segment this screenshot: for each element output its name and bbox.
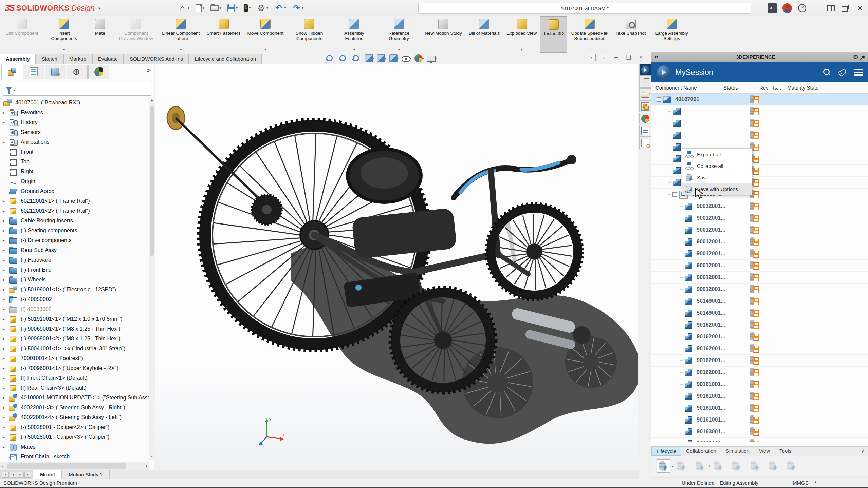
trike-3d-model[interactable]: [155, 64, 638, 470]
task-pane-tab[interactable]: [639, 64, 651, 76]
lifecycle-tool-button[interactable]: ▾: [694, 459, 707, 473]
expand-arrow-icon[interactable]: ▸: [3, 218, 9, 223]
solidworks-logo[interactable]: 3S SOLIDWORKS Design ▸: [0, 3, 153, 13]
quick-access-button[interactable]: ▾: [255, 3, 270, 14]
feature-tree-item[interactable]: ▸ (-) 50199001<1> ("Electronic - 12SPD"): [0, 285, 149, 294]
panel-tab[interactable]: [67, 65, 88, 79]
dropdown-caret-icon[interactable]: ▾: [672, 464, 673, 468]
dropdown-caret-icon[interactable]: ▾: [249, 6, 251, 10]
scroll-right-arrow[interactable]: ›: [146, 463, 147, 468]
feature-tree-item[interactable]: ▸ Cable Routing Inserts: [0, 216, 149, 226]
expand-arrow-icon[interactable]: ▸: [3, 209, 9, 213]
feature-tree-item[interactable]: ▸ 60212001<1> ("Frame Rail"): [0, 196, 149, 206]
expand-arrow-icon[interactable]: ▸: [3, 120, 9, 125]
view-tool-button[interactable]: ▾: [377, 54, 386, 62]
titlebar-control-icon[interactable]: [855, 3, 865, 13]
view-tool-button[interactable]: ▾: [325, 54, 335, 62]
scrollbar-thumb[interactable]: [7, 463, 126, 469]
component-row[interactable]: 90012001...: [651, 200, 868, 212]
dropdown-caret-icon[interactable]: ▾: [398, 47, 400, 51]
component-row[interactable]: 90012001...: [651, 236, 868, 248]
view-tool-button[interactable]: ▾: [365, 54, 374, 62]
ribbon-button[interactable]: Smart Fasteners ▾: [203, 16, 244, 53]
feature-tree-item[interactable]: ▸ Mates: [0, 442, 149, 452]
dropdown-caret-icon[interactable]: ▾: [709, 464, 710, 468]
view-tool-button[interactable]: ▾: [427, 55, 437, 62]
collapse-panel-icon[interactable]: «: [655, 53, 658, 60]
view-tool-button[interactable]: ▾: [414, 54, 424, 62]
expand-arrow-icon[interactable]: ▸: [3, 445, 9, 449]
component-row[interactable]: [651, 129, 868, 141]
feature-tree-item[interactable]: ▸ (-) Drive components: [0, 235, 149, 245]
expand-arrow-icon[interactable]: ▸: [3, 425, 9, 430]
ribbon-button[interactable]: Assembly Features ▾: [332, 16, 376, 53]
dropdown-caret-icon[interactable]: ▾: [188, 6, 189, 10]
feature-tree-item[interactable]: ▸ Top: [0, 157, 149, 167]
component-row[interactable]: [651, 105, 868, 117]
lifecycle-tool-button[interactable]: ▾: [767, 459, 780, 473]
model-tab[interactable]: Model: [33, 470, 62, 479]
expand-arrow-icon[interactable]: ▸: [3, 140, 9, 144]
expand-arrow-icon[interactable]: ▸: [3, 395, 9, 400]
ribbon-button[interactable]: Exploded View ▾: [503, 16, 540, 53]
dropdown-caret-icon[interactable]: ▾: [220, 6, 221, 10]
panel-bottom-tab[interactable]: View: [754, 447, 775, 456]
previous-pane-button[interactable]: ‹: [588, 54, 596, 61]
panel-tab[interactable]: [88, 65, 109, 79]
quick-access-button[interactable]: ▾: [242, 3, 252, 13]
component-row[interactable]: 90163001...: [651, 438, 868, 442]
feature-tree-item[interactable]: ▸ (-) Seating components: [0, 226, 149, 235]
lifecycle-tool-button[interactable]: ▾: [785, 459, 799, 473]
dropdown-caret-icon[interactable]: ▾: [13, 89, 15, 92]
panel-tab[interactable]: [23, 65, 44, 79]
panel-bottom-tab[interactable]: Collaboration: [681, 447, 721, 456]
feature-tree-item[interactable]: ▸ 40107001 ("Bowhead RX"): [0, 98, 149, 108]
search-icon[interactable]: [823, 68, 831, 76]
command-tab[interactable]: Assembly: [0, 54, 36, 64]
lifecycle-tool-button[interactable]: ▾: [749, 459, 762, 473]
panel-tab[interactable]: [1, 65, 22, 79]
titlebar-control-icon[interactable]: [827, 5, 835, 11]
component-row[interactable]: 90012001...: [651, 272, 868, 284]
scroll-up-arrow[interactable]: ▴: [149, 98, 154, 103]
task-pane-tab[interactable]: [639, 76, 651, 88]
expander-box-icon[interactable]: [672, 192, 677, 197]
feature-tree-item[interactable]: ▸ ★ Favorites: [0, 108, 149, 117]
feature-tree-item[interactable]: ▸ Ground Aprox: [0, 186, 149, 196]
feature-tree-item[interactable]: ▸ 70001001<1> ("Footrest"): [0, 353, 149, 363]
ribbon-button[interactable]: Show Hidden Components ▾: [287, 16, 332, 53]
feature-tree-item[interactable]: ▸ ◉ Sensors: [0, 127, 149, 137]
feature-tree-item[interactable]: ▸ (-) 70096001<1> ("Upper Keyhole - RX"): [0, 363, 149, 373]
component-row[interactable]: 90012001...: [651, 212, 868, 224]
ribbon-button[interactable]: Large Assembly Settings ▾: [649, 16, 694, 53]
titlebar-control-icon[interactable]: [797, 3, 807, 13]
component-row[interactable]: 90161001...: [651, 402, 868, 414]
feature-tree-item[interactable]: ▸ (-) 50191001<1> ("M12 x 1.0 x 170.5mm"…: [0, 314, 149, 324]
filter-funnel-icon[interactable]: [6, 87, 12, 91]
dropdown-caret-icon[interactable]: ▾: [180, 47, 182, 51]
quick-access-button[interactable]: ▾: [209, 4, 223, 12]
column-component-name[interactable]: Component Name: [651, 85, 723, 91]
scrollbar-thumb[interactable]: [150, 106, 154, 256]
logo-expand-icon[interactable]: ▸: [99, 5, 101, 11]
ribbon-button[interactable]: Instant3D ▾: [540, 16, 567, 53]
expand-arrow-icon[interactable]: ▸: [3, 317, 9, 321]
component-row[interactable]: 40107001: [651, 94, 868, 105]
feature-tree-item[interactable]: ▸ (f) 40033002: [0, 304, 149, 314]
view-tool-button[interactable]: ▾: [338, 54, 349, 62]
dropdown-caret-icon[interactable]: ▾: [521, 47, 522, 51]
feature-tree-item[interactable]: ▸ (f) Rear Chain<3> (Default): [0, 383, 149, 393]
expand-arrow-icon[interactable]: ▸: [3, 268, 9, 272]
expand-arrow-icon[interactable]: ▸: [3, 405, 9, 410]
feature-tree-item[interactable]: ▸ (-) Wheels: [0, 275, 149, 285]
expand-arrow-icon[interactable]: ▸: [3, 297, 9, 302]
ribbon-button[interactable]: Take Snapshot ▾: [612, 16, 649, 53]
component-row[interactable]: 90161001...: [651, 390, 868, 402]
quick-access-button[interactable]: ▾: [291, 3, 305, 14]
chainring[interactable]: [252, 195, 282, 225]
3dexperience-compass-icon[interactable]: [657, 65, 670, 79]
dropdown-caret-icon[interactable]: ▾: [236, 6, 238, 10]
titlebar-control-icon[interactable]: [782, 3, 792, 13]
component-row[interactable]: 90162001...: [651, 367, 868, 378]
column-is[interactable]: Is...: [773, 85, 787, 91]
